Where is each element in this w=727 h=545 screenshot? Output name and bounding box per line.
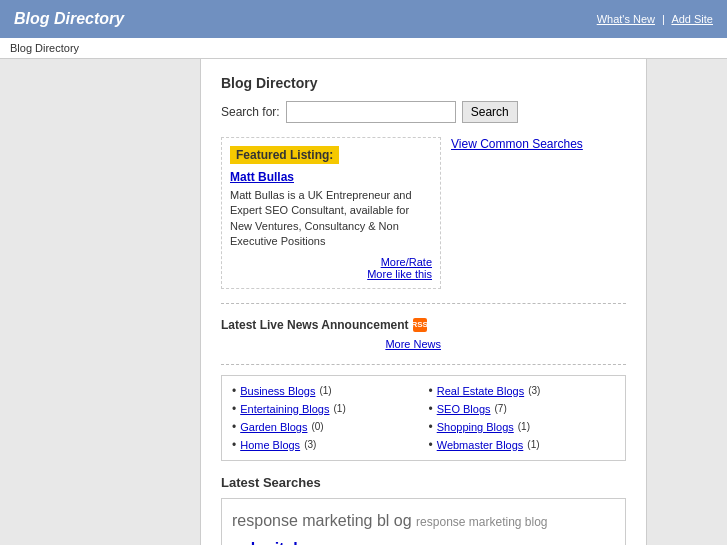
latest-searches-title: Latest Searches: [221, 475, 626, 490]
cat-bullet: •: [232, 420, 236, 434]
search-term-blog1[interactable]: bl og: [377, 512, 416, 529]
category-item: •Business Blogs (1): [232, 384, 419, 398]
whats-new-link[interactable]: What's New: [597, 13, 655, 25]
cat-count: (0): [311, 421, 323, 432]
cat-link[interactable]: Entertaining Blogs: [240, 403, 329, 415]
content-columns: Featured Listing: Matt Bullas Matt Bulla…: [221, 137, 626, 289]
divider: [221, 303, 626, 304]
category-item: •Home Blogs (3): [232, 438, 419, 452]
news-section: Latest Live News Announcement RSS More N…: [221, 314, 441, 354]
main-content: Blog Directory Search for: Search Featur…: [200, 59, 647, 545]
category-item: •Entertaining Blogs (1): [232, 402, 419, 416]
cat-count: (1): [527, 439, 539, 450]
categories-section: •Business Blogs (1)•Real Estate Blogs (3…: [221, 375, 626, 461]
cat-count: (7): [495, 403, 507, 414]
cat-bullet: •: [232, 438, 236, 452]
category-item: •SEO Blogs (7): [429, 402, 616, 416]
featured-description: Matt Bullas is a UK Entrepreneur and Exp…: [230, 188, 432, 250]
cat-bullet: •: [429, 384, 433, 398]
cat-bullet: •: [232, 402, 236, 416]
right-col: View Common Searches: [451, 137, 626, 289]
breadcrumb-text: Blog Directory: [10, 42, 79, 54]
category-item: •Webmaster Blogs (1): [429, 438, 616, 452]
header: Blog Directory What's New | Add Site: [0, 0, 727, 38]
cat-link[interactable]: SEO Blogs: [437, 403, 491, 415]
cat-bullet: •: [429, 438, 433, 452]
rss-icon: RSS: [413, 318, 427, 332]
page-layout: Blog Directory Search for: Search Featur…: [0, 59, 727, 545]
search-term-response2[interactable]: response: [416, 515, 469, 529]
more-news-link[interactable]: More News: [221, 338, 441, 350]
search-term-submitshop[interactable]: submitshop: [232, 540, 323, 545]
featured-label: Featured Listing:: [230, 146, 339, 164]
cat-bullet: •: [429, 420, 433, 434]
category-item: •Real Estate Blogs (3): [429, 384, 616, 398]
cat-link[interactable]: Webmaster Blogs: [437, 439, 524, 451]
news-title: Latest Live News Announcement RSS: [221, 318, 441, 332]
more-rate-link[interactable]: More/Rate: [230, 256, 432, 268]
news-title-text: Latest Live News Announcement: [221, 318, 409, 332]
cat-count: (1): [319, 385, 331, 396]
view-common-searches-link[interactable]: View Common Searches: [451, 137, 626, 151]
cat-link[interactable]: Business Blogs: [240, 385, 315, 397]
category-item: •Shopping Blogs (1): [429, 420, 616, 434]
cat-link[interactable]: Real Estate Blogs: [437, 385, 524, 397]
left-sidebar: [0, 59, 200, 545]
cat-count: (3): [304, 439, 316, 450]
breadcrumb: Blog Directory: [0, 38, 727, 59]
search-label: Search for:: [221, 105, 280, 119]
featured-box: Featured Listing: Matt Bullas Matt Bulla…: [221, 137, 441, 289]
header-sep: |: [662, 13, 665, 25]
cat-bullet: •: [429, 402, 433, 416]
search-term-blog2[interactable]: blog: [525, 515, 548, 529]
page-title: Blog Directory: [221, 75, 626, 91]
right-sidebar: [647, 59, 727, 545]
add-site-link[interactable]: Add Site: [671, 13, 713, 25]
search-row: Search for: Search: [221, 101, 626, 123]
search-input[interactable]: [286, 101, 456, 123]
header-nav: What's New | Add Site: [597, 13, 713, 25]
cat-count: (3): [528, 385, 540, 396]
cat-count: (1): [518, 421, 530, 432]
divider-2: [221, 364, 626, 365]
cat-link[interactable]: Home Blogs: [240, 439, 300, 451]
cat-bullet: •: [232, 384, 236, 398]
featured-links: More/Rate More like this: [230, 256, 432, 280]
search-term-response1[interactable]: response: [232, 512, 302, 529]
search-button[interactable]: Search: [462, 101, 518, 123]
latest-searches-box: response marketing bl og response market…: [221, 498, 626, 545]
cat-link[interactable]: Garden Blogs: [240, 421, 307, 433]
featured-name[interactable]: Matt Bullas: [230, 170, 432, 184]
search-term-marketing2[interactable]: marketing: [469, 515, 525, 529]
search-term-marketing1[interactable]: marketing: [302, 512, 377, 529]
more-like-link[interactable]: More like this: [230, 268, 432, 280]
cat-count: (1): [333, 403, 345, 414]
cat-link[interactable]: Shopping Blogs: [437, 421, 514, 433]
category-item: •Garden Blogs (0): [232, 420, 419, 434]
site-title: Blog Directory: [14, 10, 124, 28]
